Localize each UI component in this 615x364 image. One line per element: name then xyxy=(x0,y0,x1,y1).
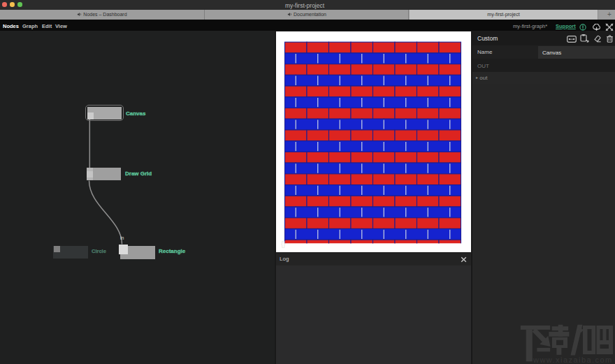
svg-text:www.xiazaiba.com: www.xiazaiba.com xyxy=(533,356,612,364)
svg-text:{}: {} xyxy=(281,240,286,248)
